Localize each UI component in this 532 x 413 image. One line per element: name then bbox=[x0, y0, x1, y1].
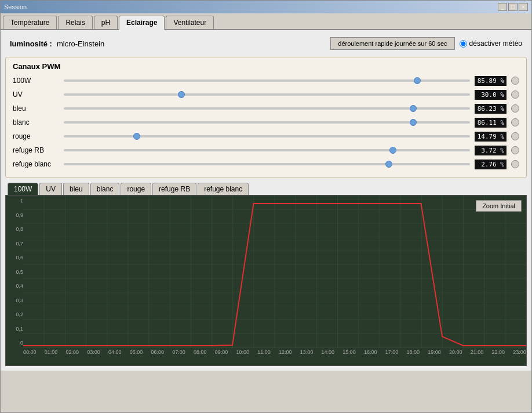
luminosity-bar: luminosité : micro-Einstein déroulement … bbox=[5, 35, 527, 52]
pwm-label-100w: 100W bbox=[13, 77, 59, 85]
pwm-radio-bleu[interactable] bbox=[511, 104, 519, 113]
x-label-21: 21:00 bbox=[471, 349, 484, 355]
y-label-02: 0,2 bbox=[7, 311, 23, 317]
y-label-07: 0,7 bbox=[7, 241, 23, 247]
x-label-15: 15:00 bbox=[342, 349, 356, 355]
x-label-00: 00:00 bbox=[23, 349, 37, 355]
slider-container-100w bbox=[64, 75, 470, 86]
chart-svg bbox=[23, 195, 526, 348]
y-label-09: 0,9 bbox=[7, 212, 23, 218]
tab-temperature[interactable]: Température bbox=[3, 16, 57, 29]
pwm-row-refuge-rb: refuge RB 3.72 % bbox=[13, 145, 519, 155]
tab-ventilateur[interactable]: Ventilateur bbox=[166, 16, 214, 29]
slider-container-rouge bbox=[64, 131, 470, 142]
pwm-row-100w: 100W 85.89 % bbox=[13, 75, 519, 86]
x-label-22: 22:00 bbox=[492, 349, 505, 355]
pwm-value-rouge: 14.79 % bbox=[475, 132, 507, 142]
graph-tab-rouge[interactable]: rouge bbox=[121, 183, 151, 195]
y-label-1: 1 bbox=[7, 198, 23, 204]
pwm-radio-refuge-blanc[interactable] bbox=[511, 160, 519, 168]
x-label-13: 13:00 bbox=[300, 349, 314, 355]
y-axis: 1 0,9 0,8 0,7 0,6 0,5 0,4 0,3 0,2 0,1 0 bbox=[6, 195, 23, 348]
pwm-radio-100w[interactable] bbox=[511, 77, 519, 85]
slider-container-refuge-blanc bbox=[64, 159, 470, 169]
pwm-row-uv: UV 30.0 % bbox=[13, 89, 519, 100]
graph-tabs: 100W UV bleu blanc rouge refuge RB refug… bbox=[5, 183, 527, 195]
pwm-row-refuge-blanc: refuge blanc 2.76 % bbox=[13, 159, 519, 169]
pwm-value-blanc: 86.11 % bbox=[475, 118, 507, 128]
x-label-12: 12:00 bbox=[279, 349, 292, 355]
zoom-initial-button[interactable]: Zoom Initial bbox=[476, 200, 522, 212]
pwm-value-100w: 85.89 % bbox=[475, 76, 507, 86]
x-axis: 00:00 01:00 02:00 03:00 04:00 05:00 06:0… bbox=[23, 347, 526, 364]
minimize-button[interactable]: _ bbox=[498, 3, 507, 11]
x-label-10: 10:00 bbox=[236, 349, 250, 355]
pwm-value-bleu: 86.23 % bbox=[475, 104, 507, 114]
y-label-06: 0,6 bbox=[7, 255, 23, 260]
pwm-radio-rouge[interactable] bbox=[511, 132, 519, 140]
x-label-03: 03:00 bbox=[87, 349, 100, 355]
pwm-label-bleu: bleu bbox=[13, 104, 59, 113]
luminosity-unit: micro-Einstein bbox=[57, 39, 104, 48]
graph-tab-100w[interactable]: 100W bbox=[8, 183, 38, 195]
pwm-radio-refuge-rb[interactable] bbox=[511, 146, 519, 154]
x-label-09: 09:00 bbox=[215, 349, 228, 355]
pwm-value-uv: 30.0 % bbox=[475, 90, 507, 100]
x-label-07: 07:00 bbox=[172, 349, 185, 355]
slider-track-bleu bbox=[64, 107, 470, 110]
main-tabs-bar: Température Relais pH Eclairage Ventilat… bbox=[1, 13, 531, 30]
pwm-panel: Canaux PWM 100W 85.89 % UV bbox=[5, 57, 527, 178]
x-label-23: 23:00 bbox=[513, 349, 526, 355]
y-label-01: 0,1 bbox=[7, 326, 23, 332]
tab-eclairage[interactable]: Eclairage bbox=[119, 16, 165, 30]
x-label-11: 11:00 bbox=[257, 349, 271, 355]
slider-track-refuge-rb bbox=[64, 149, 470, 151]
x-label-14: 14:00 bbox=[322, 349, 335, 355]
meteo-radio[interactable] bbox=[460, 40, 467, 48]
graph-tab-bleu[interactable]: bleu bbox=[63, 183, 89, 195]
luminosity-label: luminosité : bbox=[10, 39, 52, 48]
pwm-row-rouge: rouge 14.79 % bbox=[13, 131, 519, 142]
slider-thumb-uv[interactable] bbox=[178, 91, 185, 98]
pwm-radio-uv[interactable] bbox=[511, 90, 519, 99]
graph-tab-blanc[interactable]: blanc bbox=[90, 183, 120, 195]
y-label-08: 0,8 bbox=[7, 226, 23, 232]
graph-tab-refuge-rb[interactable]: refuge RB bbox=[152, 183, 196, 195]
slider-thumb-rouge[interactable] bbox=[133, 133, 140, 140]
graph-section: 100W UV bleu blanc rouge refuge RB refug… bbox=[5, 183, 527, 366]
rapide-button[interactable]: déroulement rapide journée sur 60 sec bbox=[330, 37, 454, 50]
x-label-16: 16:00 bbox=[364, 349, 377, 355]
close-button[interactable]: × bbox=[519, 3, 528, 11]
slider-thumb-refuge-blanc[interactable] bbox=[385, 161, 392, 168]
window-title: Session bbox=[4, 3, 27, 10]
pwm-label-refuge-blanc: refuge blanc bbox=[13, 160, 59, 168]
tab-relais[interactable]: Relais bbox=[58, 16, 92, 29]
pwm-label-blanc: blanc bbox=[13, 118, 59, 126]
y-label-03: 0,3 bbox=[7, 298, 23, 303]
pwm-label-uv: UV bbox=[13, 90, 59, 99]
pwm-radio-blanc[interactable] bbox=[511, 118, 519, 126]
slider-thumb-blanc[interactable] bbox=[410, 119, 417, 126]
x-label-20: 20:00 bbox=[449, 349, 462, 355]
x-label-18: 18:00 bbox=[407, 349, 420, 355]
x-label-19: 19:00 bbox=[428, 349, 441, 355]
x-label-06: 06:00 bbox=[151, 349, 165, 355]
x-label-17: 17:00 bbox=[385, 349, 399, 355]
x-label-02: 02:00 bbox=[66, 349, 79, 355]
slider-thumb-refuge-rb[interactable] bbox=[389, 147, 396, 154]
tab-ph[interactable]: pH bbox=[94, 16, 118, 29]
slider-thumb-100w[interactable] bbox=[414, 77, 421, 84]
graph-tab-refuge-blanc[interactable]: refuge blanc bbox=[198, 183, 249, 195]
title-bar-buttons: _ □ × bbox=[498, 3, 528, 11]
slider-track-rouge bbox=[64, 135, 470, 137]
meteo-radio-label: désactiver météo bbox=[460, 39, 522, 48]
x-label-01: 01:00 bbox=[45, 349, 58, 355]
maximize-button[interactable]: □ bbox=[508, 3, 518, 11]
slider-container-bleu bbox=[64, 103, 470, 114]
y-label-04: 0,4 bbox=[7, 283, 23, 289]
x-label-04: 04:00 bbox=[108, 349, 122, 355]
title-bar: Session _ □ × bbox=[1, 1, 531, 13]
pwm-label-rouge: rouge bbox=[13, 132, 59, 140]
slider-thumb-bleu[interactable] bbox=[410, 105, 417, 112]
graph-tab-uv[interactable]: UV bbox=[39, 183, 62, 195]
